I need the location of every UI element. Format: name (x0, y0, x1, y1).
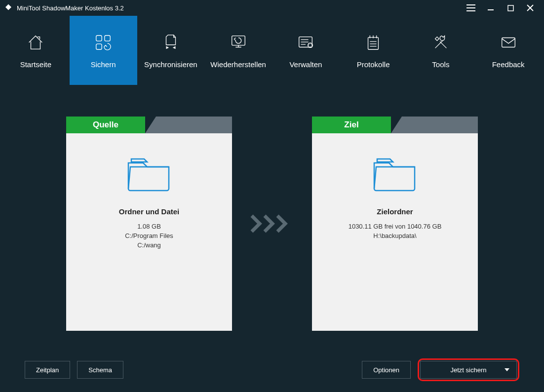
svg-rect-0 (508, 5, 513, 11)
destination-free-space: 1030.11 GB frei von 1040.76 GB (349, 223, 442, 230)
destination-title: Zielordner (377, 207, 413, 216)
nav-sync[interactable]: Synchronisieren (137, 16, 205, 85)
destination-panel: Ziel Zielordner 1030.11 GB frei von 1040… (312, 117, 478, 331)
chevron-down-icon[interactable] (505, 368, 509, 371)
source-tab-spacer (145, 117, 232, 133)
svg-rect-4 (232, 36, 245, 45)
destination-tab: Ziel (312, 117, 391, 133)
options-button[interactable]: Optionen (362, 361, 411, 379)
nav-label: Synchronisieren (144, 60, 197, 69)
nav-label: Protokolle (357, 60, 390, 69)
backup-now-label: Jetzt sichern (451, 366, 487, 374)
arrow-icon (250, 214, 294, 234)
source-path: C:/wang (137, 241, 161, 249)
schedule-button[interactable]: Zeitplan (25, 361, 70, 379)
scheme-button[interactable]: Schema (77, 361, 123, 379)
footer-bar: Zeitplan Schema Optionen Jetzt sichern (0, 348, 544, 392)
nav-label: Verwalten (289, 60, 322, 69)
svg-rect-8 (502, 38, 515, 47)
main-nav: Startseite Sichern Synchronisieren Wiede… (2, 16, 542, 85)
nav-label: Tools (432, 60, 449, 69)
sync-icon (161, 33, 181, 52)
source-panel: Quelle Ordner und Datei 1.08 GB C:/Progr… (66, 117, 232, 331)
destination-path: H:\backupdata\ (373, 232, 416, 239)
svg-rect-3 (96, 43, 102, 49)
feedback-icon (499, 33, 518, 52)
nav-feedback[interactable]: Feedback (474, 16, 542, 85)
nav-logs[interactable]: Protokolle (340, 16, 407, 85)
source-size: 1.08 GB (137, 223, 161, 230)
app-logo-icon (4, 3, 13, 12)
manage-icon (296, 33, 315, 52)
svg-rect-2 (105, 35, 110, 40)
nav-label: Startseite (20, 60, 51, 69)
nav-label: Sichern (91, 60, 116, 69)
titlebar: MiniTool ShadowMaker Kostenlos 3.2 (0, 0, 544, 16)
close-button[interactable] (520, 0, 540, 16)
nav-tools[interactable]: Tools (407, 16, 475, 85)
nav-label: Feedback (492, 60, 525, 69)
nav-home[interactable]: Startseite (2, 16, 70, 85)
folder-icon (370, 153, 420, 193)
svg-rect-1 (96, 35, 102, 40)
home-icon (26, 33, 45, 52)
source-tab: Quelle (66, 117, 145, 133)
svg-rect-7 (368, 37, 379, 49)
nav-backup[interactable]: Sichern (70, 16, 137, 85)
content-area: Quelle Ordner und Datei 1.08 GB C:/Progr… (0, 85, 544, 348)
app-window: MiniTool ShadowMaker Kostenlos 3.2 Start… (0, 0, 544, 392)
menu-button[interactable] (461, 0, 481, 16)
maximize-button[interactable] (501, 0, 520, 16)
source-card[interactable]: Ordner und Datei 1.08 GB C:/Program File… (66, 133, 232, 331)
minimize-button[interactable] (481, 0, 501, 16)
nav-label: Wiederherstellen (210, 60, 266, 69)
nav-restore[interactable]: Wiederherstellen (204, 16, 272, 85)
destination-tab-spacer (391, 117, 478, 133)
backup-icon (93, 33, 113, 52)
tools-icon (431, 33, 451, 52)
backup-now-highlight: Jetzt sichern (418, 358, 519, 381)
destination-card[interactable]: Zielordner 1030.11 GB frei von 1040.76 G… (312, 133, 478, 331)
source-title: Ordner und Datei (119, 207, 180, 216)
backup-now-button[interactable]: Jetzt sichern (420, 361, 517, 379)
app-title: MiniTool ShadowMaker Kostenlos 3.2 (17, 4, 124, 12)
source-path: C:/Program Files (125, 232, 173, 239)
logs-icon (363, 33, 383, 52)
folder-icon (124, 153, 174, 193)
restore-icon (229, 33, 248, 52)
nav-manage[interactable]: Verwalten (272, 16, 340, 85)
